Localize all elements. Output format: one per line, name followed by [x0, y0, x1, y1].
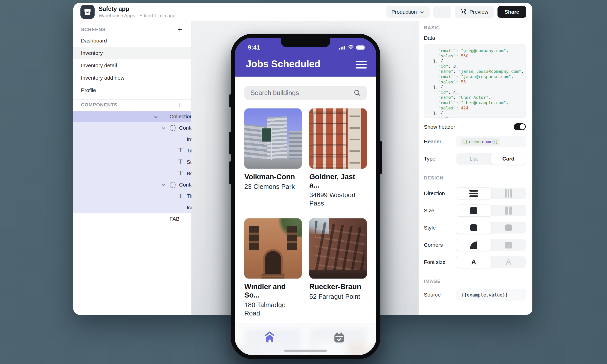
source-row: Source {{example.value}} — [424, 289, 526, 301]
tree-item-image[interactable]: Image — [73, 133, 191, 145]
building-card[interactable]: Goldner, Jast a... 34699 Westport Pass — [309, 108, 367, 207]
toggle-knob — [520, 124, 525, 129]
show-header-toggle[interactable] — [514, 123, 526, 130]
app-titles: Safety app Warehouse Apps · Edited 1 min… — [99, 5, 175, 19]
large-square-icon — [470, 207, 477, 214]
phone-preview: 9:41 — [231, 34, 380, 359]
building-card[interactable]: Ruecker-Braun 52 Farragut Point — [309, 218, 367, 317]
text-icon: T — [179, 170, 182, 176]
building-address: 23 Clemons Park — [244, 183, 302, 191]
environment-dropdown[interactable]: Production — [386, 6, 430, 18]
font-size-option-small[interactable]: A — [456, 256, 491, 268]
phone-mute-switch — [229, 94, 231, 107]
text-icon: T — [179, 147, 182, 153]
sidebar-item-inventory-add-new[interactable]: Inventory add new — [73, 72, 191, 84]
cellular-signal-icon — [339, 45, 345, 50]
type-option-card[interactable]: Card — [491, 153, 526, 165]
tree-item-label: Image — [73, 136, 201, 142]
type-option-list[interactable]: List — [456, 153, 491, 165]
tree-item-fab[interactable]: FAB — [73, 213, 191, 224]
storefront-icon — [83, 8, 92, 16]
tree-item-container1[interactable]: Container1 — [73, 122, 191, 133]
building-title: Ruecker-Braun — [309, 283, 367, 291]
chevron-down-icon[interactable] — [161, 126, 166, 132]
font-a-icon: A — [471, 258, 476, 266]
building-address: 180 Talmadge Road — [244, 301, 302, 317]
direction-option-vertical[interactable] — [456, 188, 491, 199]
corners-option-square[interactable] — [491, 239, 526, 251]
home-indicator[interactable] — [284, 350, 327, 352]
building-photo — [309, 108, 367, 169]
building-card[interactable]: Volkman-Conn 23 Clemons Park — [244, 108, 302, 207]
data-code-editor[interactable]: "email": "greg@company.com", "sales": 55… — [424, 44, 526, 118]
home-tab[interactable] — [263, 331, 276, 346]
size-label: Size — [424, 208, 456, 214]
source-value-input[interactable]: {{example.value}} — [456, 289, 526, 301]
search-icon — [353, 89, 361, 97]
font-size-segmented-control: A A — [456, 256, 526, 268]
building-address: 52 Farragut Point — [309, 292, 367, 301]
sidebar-item-profile[interactable]: Profile — [73, 84, 191, 96]
size-option-large[interactable] — [456, 205, 491, 216]
phone-volume-up-button — [229, 132, 231, 154]
chevron-down-icon[interactable] — [154, 114, 158, 120]
app-content: Volkman-Conn 23 Clemons Park Goldner, Ja… — [235, 77, 376, 355]
building-photo — [244, 108, 302, 169]
phone-notch — [281, 38, 330, 47]
tree-item-label: Container1 — [73, 125, 205, 131]
direction-row: Direction — [424, 188, 526, 199]
corners-row: Corners — [424, 239, 526, 251]
direction-option-horizontal[interactable] — [491, 188, 526, 199]
share-button[interactable]: Share — [497, 6, 526, 18]
font-size-label: Font size — [424, 259, 456, 265]
chevron-down-icon — [420, 10, 424, 14]
plus-icon — [177, 27, 182, 32]
building-card[interactable]: Windler and So... 180 Talmadge Road — [244, 218, 302, 317]
corners-option-rounded[interactable] — [456, 239, 491, 251]
sidebar: SCREENS Dashboard Inventory Inventory de… — [73, 21, 191, 315]
sidebar-item-dashboard[interactable]: Dashboard — [73, 34, 191, 47]
data-label: Data — [424, 35, 526, 41]
header-row: Header {{item.name}} — [424, 136, 526, 147]
style-segmented-control — [456, 222, 526, 234]
rounded-corner-icon — [470, 241, 477, 249]
container-icon — [170, 182, 176, 188]
tree-item-icon[interactable]: Icon — [73, 202, 191, 213]
style-option-flat[interactable] — [491, 222, 526, 234]
size-option-small[interactable] — [491, 205, 526, 216]
more-button[interactable]: ··· — [433, 6, 451, 18]
menu-icon[interactable] — [356, 60, 367, 69]
search-input[interactable] — [250, 89, 353, 97]
style-option-elevated[interactable] — [456, 222, 491, 234]
tree-item-title2[interactable]: T Title — [73, 190, 191, 202]
app-identity: Safety app Warehouse Apps · Edited 1 min… — [73, 5, 175, 19]
chevron-down-icon[interactable] — [161, 183, 166, 189]
components-title: COMPONENTS — [81, 102, 117, 108]
components-section-header: COMPONENTS — [73, 100, 191, 110]
tree-item-collection1[interactable]: Collection1 — [73, 111, 191, 122]
preview-button[interactable]: Preview — [455, 6, 494, 18]
tree-item-container2[interactable]: Container2 — [73, 179, 191, 190]
flat-card-icon — [505, 224, 512, 231]
header-value-input[interactable]: {{item.name}} — [456, 136, 526, 147]
add-component-button[interactable] — [176, 101, 184, 109]
schedule-tab[interactable] — [333, 331, 345, 345]
add-screen-button[interactable] — [176, 26, 184, 33]
sidebar-item-inventory-detail[interactable]: Inventory detail — [73, 59, 191, 72]
topbar: Safety app Warehouse Apps · Edited 1 min… — [73, 3, 532, 21]
image-section-title: IMAGE — [424, 277, 526, 285]
topbar-actions: Production ··· Pre — [386, 6, 526, 18]
source-label: Source — [424, 292, 456, 298]
preview-label: Preview — [469, 9, 488, 15]
app-subtitle: Warehouse Apps · Edited 1 min ago — [99, 13, 175, 18]
tree-item-body[interactable]: T Body — [73, 168, 191, 179]
sidebar-item-inventory[interactable]: Inventory — [73, 47, 191, 59]
tree-item-subtitle[interactable]: T Subtitle — [73, 156, 191, 168]
show-header-row: Show header — [424, 123, 526, 130]
screen-title: Jobs Scheduled — [246, 58, 320, 70]
share-label: Share — [505, 9, 519, 15]
tree-item-title[interactable]: T Title — [73, 145, 191, 156]
wifi-icon — [348, 45, 354, 50]
font-size-option-large[interactable]: A — [491, 256, 526, 268]
search-bar[interactable] — [244, 86, 367, 100]
